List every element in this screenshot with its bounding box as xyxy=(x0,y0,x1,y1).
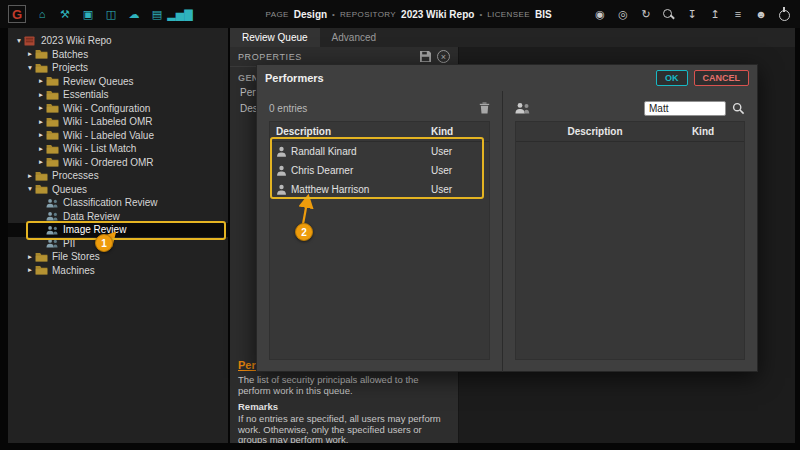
performer-row[interactable]: Matthew Harrison User xyxy=(270,180,489,199)
batches-icon[interactable]: ▣ xyxy=(80,6,96,22)
home-icon[interactable]: ⌂ xyxy=(34,6,50,22)
performer-row[interactable]: Chris Dearner User xyxy=(270,161,489,180)
user-icon[interactable]: ☻ xyxy=(753,6,769,22)
tree-item-review-queues[interactable]: Review Queues xyxy=(8,75,228,89)
tree-item-label: PII xyxy=(63,238,75,249)
expander-icon[interactable] xyxy=(36,78,46,85)
tree-node-icon xyxy=(46,211,60,222)
tree-item-machines[interactable]: Machines xyxy=(8,264,228,278)
tree-item-label: Processes xyxy=(52,170,99,181)
expander-icon[interactable] xyxy=(25,186,35,193)
tree-item-label: Wiki - Labeled Value xyxy=(63,130,154,141)
column-kind: Kind xyxy=(668,126,738,137)
performer-search-input[interactable] xyxy=(644,101,726,116)
tree-item-label: 2023 Wiki Repo xyxy=(41,35,112,46)
expander-icon[interactable] xyxy=(36,146,46,153)
tree-item-wiki-labeled-omr[interactable]: Wiki - Labeled OMR xyxy=(8,115,228,129)
tree-item-essentials[interactable]: Essentials xyxy=(8,88,228,102)
help-body: The list of security principals allowed … xyxy=(238,375,448,396)
tree-item-label: Image Review xyxy=(63,224,126,235)
repository-value[interactable]: 2023 Wiki Repo xyxy=(401,9,474,20)
expander-icon[interactable] xyxy=(25,65,35,72)
user-icon xyxy=(276,165,291,176)
remarks-label: Remarks xyxy=(238,401,448,412)
save-icon[interactable] xyxy=(420,51,431,62)
tree-item-processes[interactable]: Processes xyxy=(8,169,228,183)
performer-row[interactable]: Randall Kinard User xyxy=(270,142,489,161)
remarks-body: If no entries are specified, all users m… xyxy=(238,414,448,443)
tree-item-pii[interactable]: PII xyxy=(8,237,228,251)
expander-icon[interactable] xyxy=(25,267,35,274)
page-value[interactable]: Design xyxy=(294,9,327,20)
tree-node-icon xyxy=(24,35,38,46)
app-window: G ⌂ ⚒ ▣ ◫ ☁ ▤ ▂▅▇ PAGE Design • REPOSITO… xyxy=(0,0,800,450)
stop-circle-icon[interactable]: ◎ xyxy=(615,6,631,22)
tree-node-icon xyxy=(46,143,60,154)
upload-icon[interactable]: ↥ xyxy=(707,6,723,22)
performer-name: Chris Dearner xyxy=(291,165,431,176)
tree-item-wiki-configuration[interactable]: Wiki - Configuration xyxy=(8,102,228,116)
close-icon[interactable]: × xyxy=(437,50,450,63)
search-icon[interactable] xyxy=(732,102,745,115)
tree-item-label: Wiki - List Match xyxy=(63,143,136,154)
tree-item-queues[interactable]: Queues xyxy=(8,183,228,197)
tree-item-label: Wiki - Configuration xyxy=(63,103,150,114)
power-icon[interactable] xyxy=(776,6,792,22)
play-circle-icon[interactable]: ◉ xyxy=(592,6,608,22)
table-header: Description Kind xyxy=(516,122,744,142)
tree-item-repo[interactable]: 2023 Wiki Repo xyxy=(8,34,228,48)
expander-icon[interactable] xyxy=(36,105,46,112)
tree-item-wiki-ordered-omr[interactable]: Wiki - Ordered OMR xyxy=(8,156,228,170)
search-icon[interactable] xyxy=(661,6,677,22)
tree-item-data-review[interactable]: Data Review xyxy=(8,210,228,224)
archive-icon[interactable]: ◫ xyxy=(103,6,119,22)
expander-icon[interactable] xyxy=(25,173,35,180)
tree-item-projects[interactable]: Projects xyxy=(8,61,228,75)
tree-item-label: Data Review xyxy=(63,211,120,222)
stats-icon[interactable]: ▂▅▇ xyxy=(172,6,188,22)
cloud-upload-icon[interactable]: ☁ xyxy=(126,6,142,22)
gift-icon[interactable]: ▤ xyxy=(149,6,165,22)
tools-icon[interactable]: ⚒ xyxy=(57,6,73,22)
breadcrumb: PAGE Design • REPOSITORY 2023 Wiki Repo … xyxy=(266,0,552,28)
expander-icon[interactable] xyxy=(14,38,24,45)
page-label: PAGE xyxy=(266,10,289,19)
ok-button[interactable]: OK xyxy=(656,70,688,86)
tree-item-batches[interactable]: Batches xyxy=(8,48,228,62)
performer-kind: User xyxy=(431,184,483,195)
tab-advanced[interactable]: Advanced xyxy=(320,28,388,47)
tree-node-icon xyxy=(46,116,60,127)
expander-icon[interactable] xyxy=(25,51,35,58)
entries-count: 0 entries xyxy=(269,103,307,114)
licensee-label: LICENSEE xyxy=(487,10,530,19)
download-icon[interactable]: ↧ xyxy=(684,6,700,22)
tree-item-wiki-labeled-value[interactable]: Wiki - Labeled Value xyxy=(8,129,228,143)
expander-icon[interactable] xyxy=(36,92,46,99)
tree-item-label: Wiki - Ordered OMR xyxy=(63,157,154,168)
properties-header-label: PROPERTIES xyxy=(238,52,302,62)
expander-icon[interactable] xyxy=(36,132,46,139)
expander-icon[interactable] xyxy=(36,159,46,166)
tree-item-label: File Stores xyxy=(52,251,100,262)
tab-review-queue[interactable]: Review Queue xyxy=(230,28,320,47)
delete-icon[interactable] xyxy=(479,102,490,114)
search-results-pane: Description Kind xyxy=(502,91,757,372)
tree-item-label: Essentials xyxy=(63,89,109,100)
stack-icon[interactable]: ≡ xyxy=(730,6,746,22)
column-description: Description xyxy=(522,126,668,137)
expander-icon[interactable] xyxy=(25,254,35,261)
performer-kind: User xyxy=(431,165,483,176)
user-icon xyxy=(276,146,291,157)
tree-item-wiki-list-match[interactable]: Wiki - List Match xyxy=(8,142,228,156)
cancel-button[interactable]: CANCEL xyxy=(694,70,750,86)
tree-item-file-stores[interactable]: File Stores xyxy=(8,250,228,264)
refresh-icon[interactable]: ↻ xyxy=(638,6,654,22)
tree-node-icon xyxy=(46,157,60,168)
performer-kind: User xyxy=(431,146,483,157)
expander-icon[interactable] xyxy=(36,119,46,126)
tree-item-image-review[interactable]: Image Review xyxy=(8,223,228,237)
tree-item-label: Wiki - Labeled OMR xyxy=(63,116,152,127)
tree-item-label: Review Queues xyxy=(63,76,134,87)
tree-item-classification-review[interactable]: Classification Review xyxy=(8,196,228,210)
performers-dialog: Performers OK CANCEL 0 entries Descripti… xyxy=(256,64,758,372)
